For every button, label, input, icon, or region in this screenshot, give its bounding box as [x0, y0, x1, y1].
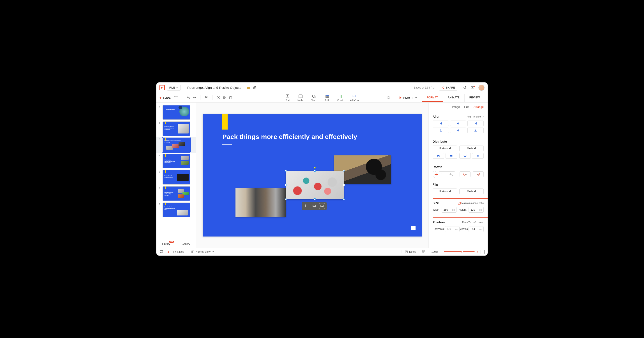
subtab-arrange[interactable]: Arrange — [474, 105, 484, 110]
align-center-h-button[interactable] — [450, 121, 466, 126]
slide-image-clothes[interactable] — [236, 188, 286, 217]
share-button[interactable]: SHARE — [439, 85, 457, 91]
slide-image-pills-selected[interactable] — [286, 171, 344, 199]
settings-button[interactable] — [386, 96, 390, 100]
slide-title[interactable]: Pack things more efficiently and effecti… — [222, 133, 357, 141]
insert-media-button[interactable]: Media — [298, 94, 304, 102]
insert-shape-button[interactable]: Shape — [311, 94, 317, 102]
insert-table-button[interactable]: Table — [325, 94, 330, 102]
paste-button[interactable] — [229, 96, 233, 100]
user-avatar[interactable] — [478, 85, 484, 91]
align-middle-v-button[interactable] — [450, 128, 466, 133]
view-mode-dropdown[interactable]: Normal View — [188, 250, 214, 253]
thumbnail-row: 3 Pack things more efficiently and effec… — [156, 137, 196, 153]
resize-handle-w[interactable] — [285, 184, 287, 186]
tab-review[interactable]: REVIEW — [464, 94, 484, 102]
panel-resize-handle[interactable] — [427, 171, 428, 180]
svg-text:T: T — [287, 95, 288, 98]
insert-addons-button[interactable]: Add-Ons — [350, 94, 359, 102]
height-input[interactable]: px — [468, 207, 484, 213]
slide-thumbnail-1[interactable]: Plan a Vacation — [162, 105, 190, 120]
rotate-dial[interactable] — [432, 171, 436, 178]
canvas-wrap[interactable]: Pack things more efficiently and effecti… — [196, 103, 428, 248]
resize-handle-se[interactable] — [343, 198, 345, 200]
rotate-handle[interactable] — [314, 167, 316, 169]
align-mode-dropdown[interactable]: Align to Slide — [467, 115, 484, 118]
resize-handle-sw[interactable] — [285, 198, 287, 200]
svg-rect-15 — [299, 95, 302, 98]
tab-format[interactable]: FORMAT — [422, 94, 442, 102]
show-grid-icon[interactable] — [418, 250, 426, 254]
zoom-out-button[interactable]: − — [440, 250, 442, 253]
crop-button[interactable] — [304, 203, 309, 209]
width-input[interactable]: px — [442, 207, 457, 213]
globe-icon[interactable] — [253, 86, 256, 89]
file-menu-button[interactable]: FILE — [167, 85, 181, 91]
slide-thumbnail-4[interactable]: What kind of vacation experience do you … — [162, 154, 190, 168]
subtab-image[interactable]: Image — [452, 105, 460, 110]
share-label: SHARE — [446, 86, 455, 89]
resize-handle-ne[interactable] — [343, 170, 345, 172]
bring-forward-button[interactable] — [432, 153, 444, 159]
insert-chart-button[interactable]: Chart — [337, 94, 342, 102]
distribute-horizontal-button[interactable]: Horizontal — [432, 146, 457, 151]
resize-handle-s[interactable] — [314, 198, 316, 200]
align-left-button[interactable] — [432, 121, 449, 126]
notes-button[interactable]: Notes — [402, 250, 416, 253]
maintain-aspect-toggle[interactable]: ✓ Maintain aspect ratio — [458, 202, 484, 204]
align-right-button[interactable] — [468, 121, 484, 126]
megaphone-icon[interactable] — [463, 86, 467, 90]
play-button[interactable]: PLAY | — [400, 96, 417, 99]
add-slide-button[interactable]: + SLIDE — [160, 96, 171, 100]
zoom-slider[interactable] — [444, 251, 475, 252]
rotate-value-input[interactable]: deg — [439, 171, 455, 177]
pos-v-input[interactable]: px — [468, 226, 484, 232]
copy-button[interactable] — [222, 96, 226, 100]
slide-thumbnail-3[interactable]: Pack things more efficiently and effecti… — [162, 138, 190, 152]
slide-thumbnail-6[interactable]: Check out online deals for big savings — [162, 186, 190, 201]
send-backward-button[interactable] — [459, 153, 471, 159]
align-bottom-button[interactable] — [468, 128, 484, 133]
cut-button[interactable] — [216, 96, 220, 100]
tab-animate[interactable]: ANIMATE — [443, 94, 464, 102]
distribute-vertical-button[interactable]: Vertical — [459, 146, 484, 151]
thumbnails-scroll[interactable]: 1 Plan a Vacation 2 Planning a trip can … — [156, 103, 196, 240]
zoom-in-button[interactable]: + — [477, 250, 478, 253]
resize-handle-n[interactable] — [314, 170, 316, 172]
align-top-button[interactable] — [432, 128, 449, 133]
undo-button[interactable] — [186, 96, 190, 100]
slide-thumbnail-2[interactable]: Planning a trip can be overwhelming some… — [162, 121, 190, 136]
gallery-tab[interactable]: Gallery — [176, 240, 196, 248]
layout-button[interactable] — [174, 96, 178, 99]
replace-image-button[interactable] — [311, 203, 317, 209]
mail-icon[interactable] — [470, 86, 475, 90]
flip-vertical-button[interactable]: Vertical — [459, 188, 484, 194]
format-painter-button[interactable] — [204, 96, 208, 100]
distribute-section: Distribute Horizontal Vertical — [429, 137, 488, 163]
rotate-ccw-90-button[interactable]: 90° — [460, 171, 470, 177]
zoom-value[interactable]: 100% — [431, 250, 438, 253]
image-options-button[interactable] — [319, 203, 325, 209]
accent-bar — [222, 114, 228, 130]
slide-thumbnail-5[interactable]: Buying Travel Insurance policy — [162, 170, 190, 185]
slide-canvas[interactable]: Pack things more efficiently and effecti… — [202, 114, 422, 236]
bring-to-front-button[interactable] — [446, 153, 457, 159]
document-title[interactable]: Rearrange, Align and Resize Objects — [187, 86, 241, 89]
send-to-back-button[interactable] — [472, 153, 484, 159]
folder-icon[interactable] — [246, 86, 250, 89]
library-tab[interactable]: Library New — [156, 240, 176, 248]
chevron-down-icon — [415, 97, 417, 99]
comments-icon[interactable] — [160, 250, 164, 254]
fit-to-screen-button[interactable] — [480, 250, 484, 254]
resize-handle-nw[interactable] — [285, 170, 287, 172]
current-slide-number[interactable]: 3 — [166, 250, 171, 254]
rotate-cw-90-button[interactable]: 90° — [473, 171, 484, 177]
size-title: Size — [432, 201, 439, 205]
slide-thumbnail-7[interactable]: Now it's time to pack your bags and have… — [162, 203, 190, 217]
insert-text-button[interactable]: TText — [285, 94, 290, 102]
subtab-edit[interactable]: Edit — [464, 105, 469, 110]
resize-handle-e[interactable] — [343, 184, 345, 186]
redo-button[interactable] — [192, 96, 196, 100]
pos-h-input[interactable]: px — [445, 226, 460, 232]
flip-horizontal-button[interactable]: Horizontal — [432, 188, 457, 194]
